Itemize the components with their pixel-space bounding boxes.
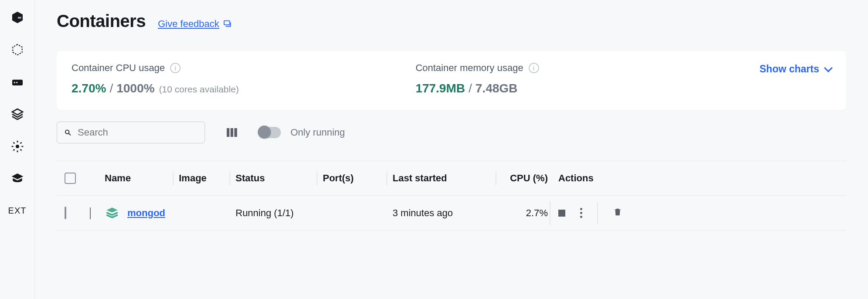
stop-button[interactable]: [558, 210, 565, 217]
feedback-icon: [223, 19, 232, 29]
th-actions: Actions: [550, 173, 650, 184]
mem-used: 177.9MB: [416, 82, 465, 95]
actions-separator: [597, 202, 598, 224]
mem-label: Container memory usage: [416, 62, 523, 74]
svg-rect-1: [19, 17, 20, 19]
cell-last-started: 3 minutes ago: [393, 207, 502, 219]
th-status[interactable]: Status: [236, 173, 323, 184]
containers-icon[interactable]: [10, 10, 25, 25]
main-content: Containers Give feedback Container CPU u…: [35, 0, 868, 299]
dev-environments-icon[interactable]: [10, 106, 25, 122]
cpu-total: 1000%: [116, 82, 154, 95]
chevron-down-icon: [824, 64, 833, 72]
th-cpu[interactable]: CPU (%): [502, 173, 550, 184]
only-running-toggle[interactable]: [258, 127, 281, 138]
extensions-button[interactable]: EXT: [8, 206, 27, 216]
cell-actions: [550, 202, 650, 224]
images-icon[interactable]: [10, 42, 25, 58]
svg-rect-0: [18, 17, 19, 19]
container-name-link[interactable]: mongod: [127, 207, 165, 219]
search-box[interactable]: [57, 122, 205, 143]
svg-point-5: [16, 82, 17, 83]
search-icon: [64, 127, 72, 138]
cpu-stat: Container CPU usage i 2.70% / 1000% (10 …: [72, 62, 416, 95]
svg-rect-2: [20, 17, 21, 19]
info-icon[interactable]: i: [529, 63, 539, 73]
stack-icon: [105, 206, 120, 221]
svg-rect-11: [231, 128, 233, 137]
columns-icon: [225, 126, 238, 139]
scout-icon[interactable]: [10, 139, 25, 154]
mem-sep: /: [468, 82, 472, 95]
cpu-sub: (10 cores available): [159, 84, 239, 95]
mem-stat: Container memory usage i 177.9MB / 7.48G…: [416, 62, 760, 95]
select-all-checkbox[interactable]: [65, 173, 76, 184]
cpu-label: Container CPU usage: [72, 62, 165, 74]
table-row: mongod Running (1/1) 3 minutes ago 2.7%: [57, 196, 846, 231]
row-checkbox[interactable]: [65, 207, 66, 219]
sidebar: EXT: [0, 0, 35, 299]
info-icon[interactable]: i: [170, 63, 181, 73]
svg-point-4: [14, 82, 15, 83]
expand-row-icon[interactable]: [90, 207, 91, 219]
toggle-knob: [258, 126, 271, 139]
th-last-started[interactable]: Last started: [393, 173, 502, 184]
table-header: Name Image Status Port(s) Last started C…: [57, 161, 846, 196]
th-image[interactable]: Image: [179, 173, 236, 184]
th-ports[interactable]: Port(s): [323, 173, 393, 184]
give-feedback-link[interactable]: Give feedback: [158, 18, 232, 30]
svg-line-9: [69, 133, 71, 135]
search-input[interactable]: [78, 127, 198, 138]
delete-button[interactable]: [613, 206, 622, 220]
mem-total: 7.48GB: [475, 82, 518, 95]
cell-cpu: 2.7%: [502, 207, 550, 219]
more-actions-button[interactable]: [580, 208, 582, 218]
volumes-icon[interactable]: [10, 74, 25, 90]
cell-status: Running (1/1): [236, 207, 323, 219]
page-header: Containers Give feedback: [57, 11, 846, 31]
cpu-used: 2.70%: [72, 82, 106, 95]
svg-rect-10: [227, 128, 229, 137]
svg-rect-12: [234, 128, 237, 137]
feedback-label: Give feedback: [158, 18, 219, 30]
svg-point-8: [65, 130, 69, 134]
controls-row: Only running: [57, 122, 846, 143]
th-name[interactable]: Name: [105, 173, 179, 184]
show-charts-label: Show charts: [759, 63, 819, 75]
svg-rect-7: [224, 21, 229, 25]
stats-card: Container CPU usage i 2.70% / 1000% (10 …: [57, 51, 846, 110]
show-charts-button[interactable]: Show charts: [759, 63, 831, 75]
page-title: Containers: [57, 11, 146, 31]
learning-center-icon[interactable]: [10, 171, 25, 187]
svg-point-6: [16, 145, 19, 148]
only-running-toggle-group: Only running: [258, 127, 345, 138]
only-running-label: Only running: [290, 127, 345, 138]
columns-button[interactable]: [225, 126, 238, 139]
containers-table: Name Image Status Port(s) Last started C…: [57, 161, 846, 231]
cpu-sep: /: [109, 82, 113, 95]
